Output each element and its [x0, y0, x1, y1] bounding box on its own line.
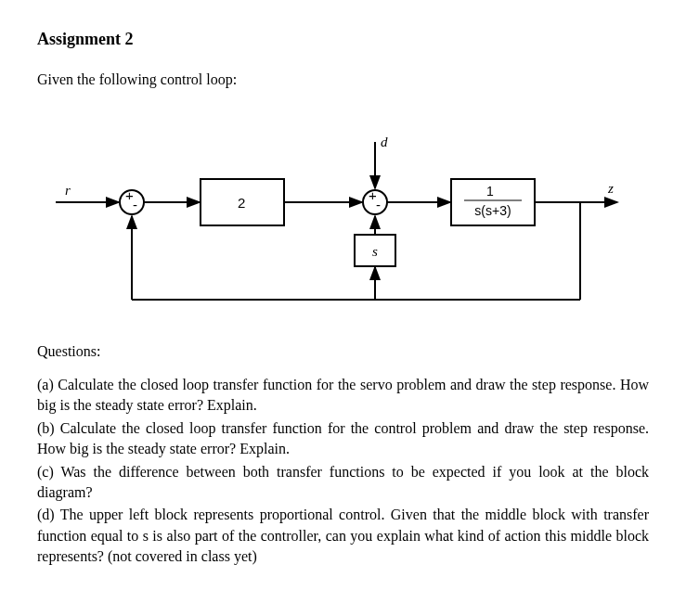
signal-d-label: d: [381, 135, 388, 149]
intro-text: Given the following control loop:: [37, 70, 649, 90]
question-b: (b) Calculate the closed loop transfer f…: [37, 418, 649, 460]
question-d: (d) The upper left block represents prop…: [37, 505, 649, 567]
signal-z-label: z: [607, 181, 614, 196]
gain-label: 2: [238, 195, 245, 211]
signal-r-label: r: [65, 183, 71, 198]
block-diagram: r + - 2 d + - 1 s(s+3) z s: [46, 109, 641, 323]
page-title: Assignment 2: [37, 28, 649, 51]
plant-denominator: s(s+3): [474, 203, 511, 218]
sum2-minus: -: [376, 197, 381, 212]
derivative-label: s: [372, 244, 378, 259]
question-c: (c) Was the difference between both tran…: [37, 462, 649, 504]
sum1-minus: -: [133, 197, 137, 212]
plant-numerator: 1: [486, 184, 494, 199]
question-a: (a) Calculate the closed loop transfer f…: [37, 375, 649, 417]
questions-heading: Questions:: [37, 341, 649, 362]
